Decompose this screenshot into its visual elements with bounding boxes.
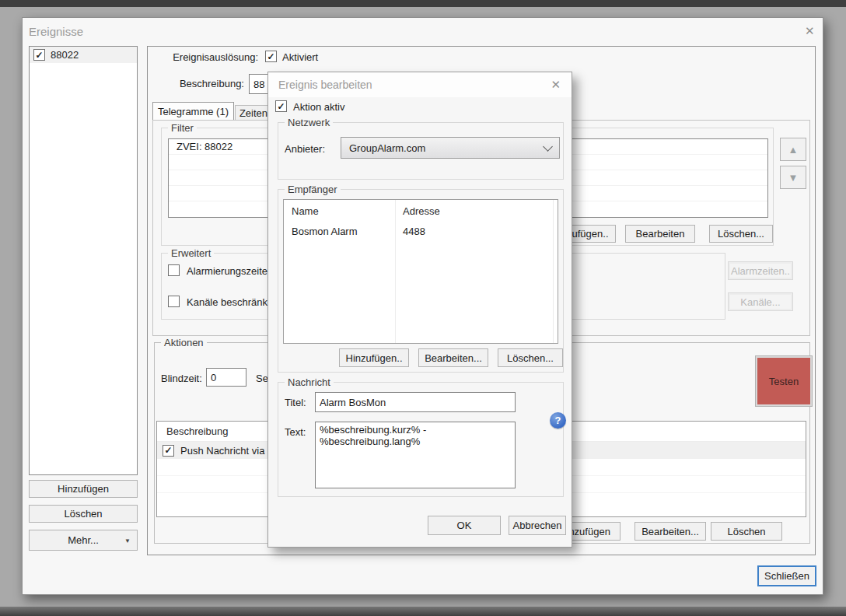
chevron-down-icon	[543, 142, 553, 152]
top-border-strip	[0, 0, 846, 7]
aktion-checkbox[interactable]: ✓	[163, 445, 174, 457]
sidebar-add-button[interactable]: Hinzufügen	[29, 480, 138, 498]
trigger-checkbox[interactable]: ✓	[265, 51, 277, 62]
ok-button[interactable]: OK	[428, 516, 501, 535]
check-icon: ✓	[35, 51, 43, 60]
action-active-label: Aktion aktiv	[293, 101, 344, 113]
netzwerk-group: Netzwerk Anbieter: GroupAlarm.com	[278, 122, 564, 180]
text-textarea[interactable]: %beschreibung.kurz% - %beschreibung.lang…	[315, 422, 516, 488]
cell-adresse: 4488	[395, 226, 425, 237]
tab-telegramme[interactable]: Telegramme (1)	[152, 102, 234, 121]
move-up-button[interactable]: ▲	[780, 138, 806, 161]
filter-group-label: Filter	[168, 122, 197, 134]
schliessen-button[interactable]: Schließen	[757, 565, 816, 586]
anbieter-value: GroupAlarm.com	[349, 142, 425, 154]
table-row[interactable]: Bosmon Alarm 4488	[284, 222, 558, 240]
sidebar-delete-button[interactable]: Löschen	[29, 505, 138, 523]
arrow-down-icon: ▼	[788, 173, 799, 183]
aktionen-edit-button[interactable]: Bearbeiten...	[634, 522, 706, 541]
check-icon: ✓	[277, 102, 285, 111]
close-icon[interactable]: ✕	[805, 25, 815, 37]
empfaenger-table[interactable]: Name Adresse Bosmon Alarm 4488	[283, 199, 558, 344]
empfaenger-add-button[interactable]: Hinzufügen..	[339, 348, 409, 367]
window-title: Ereignisse	[29, 25, 83, 38]
filter-edit-button[interactable]: Bearbeiten	[625, 225, 695, 243]
caret-down-icon: ▼	[124, 537, 131, 544]
empfaenger-group: Empfänger Name Adresse Bosmon Alarm 4488…	[278, 189, 564, 373]
channels-button[interactable]: Kanäle...	[728, 292, 793, 311]
alarm-times-button[interactable]: Alarmzeiten..	[728, 261, 793, 280]
modal-titlebar: Ereignis bearbeiten ✕	[268, 72, 572, 97]
list-item[interactable]: ✓ 88022	[30, 47, 137, 63]
arrow-up-icon: ▲	[788, 145, 799, 155]
bottom-border-strip	[0, 607, 846, 616]
check-icon: ✓	[267, 52, 274, 61]
alarm-times-checkbox[interactable]	[168, 264, 180, 276]
channels-checkbox[interactable]	[168, 296, 180, 307]
more-label: Mehr...	[68, 534, 99, 546]
channels-label: Kanäle beschränken	[187, 296, 279, 308]
titel-input[interactable]	[315, 392, 516, 412]
action-active-checkbox[interactable]: ✓	[275, 100, 287, 112]
empfaenger-group-label: Empfänger	[285, 184, 341, 195]
erweitert-group-label: Erweitert	[168, 247, 214, 259]
table-header-row: Name Adresse	[284, 200, 558, 222]
abbrechen-button[interactable]: Abbrechen	[509, 516, 566, 535]
move-down-button[interactable]: ▼	[780, 166, 806, 189]
description-label: Beschreibung:	[148, 78, 244, 89]
filter-delete-button[interactable]: Löschen...	[709, 225, 773, 243]
check-icon: ✓	[164, 446, 172, 455]
sidebar-more-button[interactable]: Mehr... ▼	[29, 530, 138, 551]
text-label: Text:	[285, 426, 306, 438]
anbieter-label: Anbieter:	[285, 143, 325, 155]
anbieter-select[interactable]: GroupAlarm.com	[341, 137, 560, 159]
ereignis-bearbeiten-dialog: Ereignis bearbeiten ✕ ✓ Aktion aktiv Net…	[267, 72, 572, 548]
col-name: Name	[284, 205, 395, 217]
modal-title: Ereignis bearbeiten	[278, 79, 372, 91]
testen-button[interactable]: Testen	[755, 355, 813, 407]
nachricht-group-label: Nachricht	[285, 376, 334, 388]
titel-label: Titel:	[285, 397, 306, 408]
blindzeit-input[interactable]	[206, 368, 246, 387]
help-icon[interactable]: ?	[550, 412, 566, 429]
aktionen-group-label: Aktionen	[161, 337, 207, 348]
modal-close-icon[interactable]: ✕	[551, 79, 561, 90]
event-checkbox[interactable]: ✓	[33, 49, 45, 61]
cell-name: Bosmon Alarm	[284, 226, 395, 237]
events-list[interactable]: ✓ 88022	[29, 46, 138, 475]
trigger-value-label: Aktiviert	[282, 51, 318, 63]
trigger-label: Ereignisauslösung:	[148, 51, 258, 63]
aktionen-delete-button[interactable]: Löschen	[711, 522, 782, 541]
nachricht-group: Nachricht Titel: Text: %beschreibung.kur…	[278, 382, 564, 497]
blindzeit-label: Blindzeit:	[161, 373, 202, 384]
tab-zeiten[interactable]: Zeiten	[235, 105, 272, 121]
event-label: 88022	[51, 49, 79, 61]
empfaenger-delete-button[interactable]: Löschen...	[498, 348, 563, 367]
netzwerk-group-label: Netzwerk	[285, 117, 333, 128]
empfaenger-edit-button[interactable]: Bearbeiten...	[418, 348, 488, 367]
col-adresse: Adresse	[395, 205, 440, 217]
